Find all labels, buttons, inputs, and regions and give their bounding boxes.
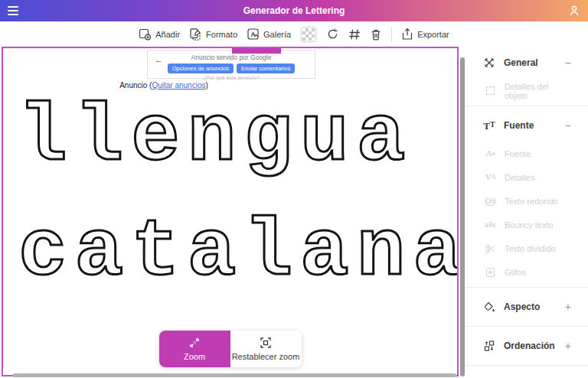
round-text-icon: OS [484,197,497,206]
export-button[interactable]: Exportar [401,28,449,41]
gallery-button-label: Galería [263,30,291,39]
ad-feedback-button[interactable]: Enviar comentarios [237,64,295,73]
format-icon [189,28,202,41]
vertical-scrollbar[interactable] [460,57,465,376]
add-button-label: Añadir [155,30,180,39]
section-fuente-label: Fuente [504,120,557,131]
ad-caption-prefix: Anuncio ( [119,81,152,90]
zoom-icon [188,337,201,349]
horizontal-scrollbar[interactable] [12,373,456,377]
app-title: Generador de Lettering [0,5,588,16]
ad-caption-suffix: ) [205,81,207,90]
sidebar-item-label: Detalles [505,173,535,182]
format-button-label: Formato [206,30,237,39]
back-arrow-icon[interactable]: ← [155,56,163,64]
section-aspecto[interactable]: Aspecto + [466,291,588,323]
collapse-icon-general[interactable]: − [565,57,571,69]
export-icon [401,28,413,41]
gallery-icon: A [247,28,260,41]
ad-options-button[interactable]: Opciones de anuncios [168,64,234,73]
sidebar-divider [466,326,588,327]
user-button[interactable] [568,5,580,17]
section-objetos[interactable]: Objetos + [466,369,588,378]
grid-icon [348,28,361,41]
svg-text:A: A [250,31,255,38]
reset-zoom-icon [260,337,272,349]
sidebar-item-label: Fuente [505,149,531,158]
sidebar-item-label: Glifos [505,268,526,277]
sidebar-item-texto-dividido: Texto dividido [466,236,588,260]
ad-caption: Anuncio (Quitar anuncios) [3,81,325,90]
kerning-icon: VA [484,173,497,181]
ad-banner: ← Anuncio servido por Google Opciones de… [147,50,315,79]
glyphs-icon: A [484,268,497,277]
section-general[interactable]: General − [466,47,588,79]
transparency-checkerboard-icon [302,28,315,41]
expand-icon-aspecto[interactable]: + [565,301,571,313]
font-icon: Aa [484,149,497,158]
ad-why-link[interactable]: ¿Por qué este anuncio? [203,75,260,80]
ad-served-by: Anuncio servido por Google [191,54,272,61]
appearance-icon [482,301,496,313]
sidebar-divider [466,365,588,366]
sidebar-item-detalles: VA Detalles [466,165,588,189]
section-ordenacion[interactable]: Ordenación + [466,330,588,362]
gallery-button[interactable]: A Galería [247,28,291,41]
sidebar-divider [466,287,588,288]
format-button[interactable]: Formato [189,28,237,41]
remove-ads-link[interactable]: Quitar anuncios [152,81,205,90]
sidebar-item-texto-redondo: OS Texto redondo [466,189,588,213]
section-aspecto-label: Aspecto [504,301,557,312]
sidebar: General − Detalles del objeto TT Fuente … [466,47,588,378]
zoom-button[interactable]: Zoom [159,331,230,367]
topbar: Generador de Lettering [0,0,588,21]
lettering-line-1[interactable]: llengua [18,97,413,178]
rotate-button[interactable] [326,28,339,41]
trash-button[interactable] [370,28,382,41]
sidebar-item-label: Bouncy texto [505,220,554,230]
zoom-button-label: Zoom [184,352,205,361]
zoom-controls: Zoom Restablecer zoom [159,331,302,367]
sidebar-item-label: Texto redondo [505,197,558,206]
sidebar-item-label: Detalles del objeto [505,82,571,100]
sidebar-item-label: Texto dividido [505,244,556,253]
sidebar-item-bouncy-texto: aBc Bouncy texto [466,213,588,236]
sidebar-item-fuente: Aa Fuente [466,142,588,165]
section-fuente[interactable]: TT Fuente − [466,109,588,142]
toolbar: Añadir Formato A Galería [0,21,588,47]
expand-icon-ordenacion[interactable]: + [565,340,571,352]
user-icon [568,5,580,17]
rotate-icon [326,28,339,41]
scissors-icon [484,243,497,254]
toolbar-divider [391,27,392,42]
transparency-button[interactable] [300,26,317,43]
ad-buttons: Opciones de anuncios Enviar comentarios [168,64,295,73]
font-section-icon: TT [482,121,496,131]
sidebar-divider [466,106,588,106]
app-window: Generador de Lettering Añadir Formato [0,0,588,378]
menu-button[interactable] [8,6,18,15]
arrange-icon [482,340,496,352]
export-button-label: Exportar [417,30,449,39]
canvas[interactable]: ← Anuncio servido por Google Opciones de… [2,47,459,376]
collapse-icon-fuente[interactable]: − [565,119,571,132]
general-icon [482,57,496,69]
section-ordenacion-label: Ordenación [504,341,557,351]
reset-zoom-button[interactable]: Restablecer zoom [230,331,302,367]
add-object-icon [139,28,152,41]
object-details-icon [484,86,497,95]
reset-zoom-button-label: Restablecer zoom [232,352,300,361]
bouncy-text-icon: aBc [484,220,497,229]
ad-tab [232,47,281,54]
sidebar-item-glifos: A Glifos [466,260,588,284]
lettering-line-2[interactable]: catalana [18,212,459,293]
main-area: ← Anuncio servido por Google Opciones de… [0,47,588,378]
add-button[interactable]: Añadir [139,28,180,41]
trash-icon [370,28,382,41]
sidebar-item-detalles-del-objeto: Detalles del objeto [466,79,588,103]
grid-button[interactable] [348,28,361,41]
section-general-label: General [504,57,557,68]
